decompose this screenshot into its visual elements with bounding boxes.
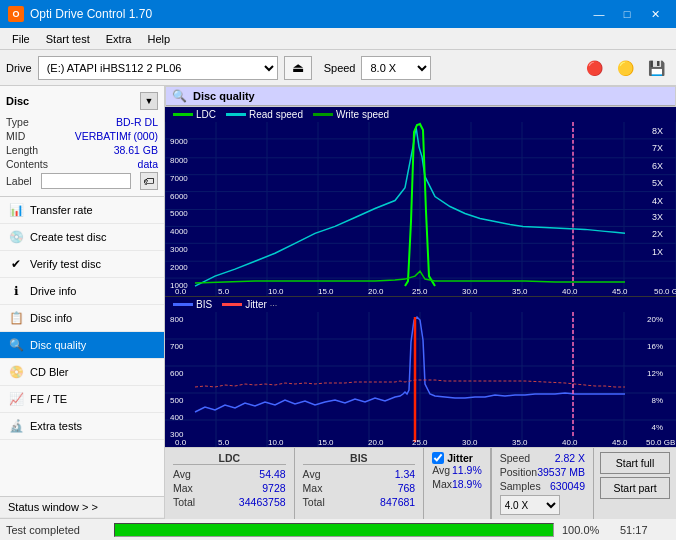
- svg-text:8%: 8%: [651, 396, 663, 405]
- menu-extra[interactable]: Extra: [98, 31, 140, 47]
- nav-cd-bler[interactable]: 📀 CD Bler: [0, 359, 164, 386]
- toolbar: Drive (E:) ATAPI iHBS112 2 PL06 ⏏ Speed …: [0, 50, 676, 86]
- nav-extra-tests-label: Extra tests: [30, 420, 82, 432]
- menu-start-test[interactable]: Start test: [38, 31, 98, 47]
- disc-quality-panel: 🔍 Disc quality: [165, 86, 676, 107]
- jitter-legend-label: Jitter: [245, 299, 267, 310]
- jitter-max-row: Max 18.9%: [432, 478, 482, 490]
- disc-type-value: BD-R DL: [116, 116, 158, 128]
- nav-drive-info-label: Drive info: [30, 285, 76, 297]
- close-button[interactable]: ✕: [642, 5, 668, 23]
- jitter-avg-value: 11.9%: [452, 464, 482, 476]
- write-speed-legend: Write speed: [313, 109, 389, 120]
- status-bar: Test completed 100.0% 51:17: [0, 518, 676, 540]
- disc-type-row: Type BD-R DL: [6, 116, 158, 128]
- svg-text:10.0: 10.0: [268, 287, 284, 296]
- nav-transfer-rate[interactable]: 📊 Transfer rate: [0, 197, 164, 224]
- menu-file[interactable]: File: [4, 31, 38, 47]
- start-full-button[interactable]: Start full: [600, 452, 670, 474]
- svg-text:40.0: 40.0: [562, 287, 578, 296]
- nav-fe-te[interactable]: 📈 FE / TE: [0, 386, 164, 413]
- progress-label: 100.0%: [562, 524, 612, 536]
- jitter-col-header: Jitter: [432, 452, 482, 464]
- disc-quality-title: Disc quality: [193, 90, 255, 102]
- drive-select[interactable]: (E:) ATAPI iHBS112 2 PL06: [38, 56, 278, 80]
- start-part-button[interactable]: Start part: [600, 477, 670, 499]
- status-window-item[interactable]: Status window > >: [0, 497, 164, 518]
- svg-text:5000: 5000: [170, 209, 188, 218]
- bis-total-label: Total: [303, 496, 325, 508]
- svg-text:40.0: 40.0: [562, 438, 578, 447]
- nav-disc-quality[interactable]: 🔍 Disc quality: [0, 332, 164, 359]
- svg-text:0.0: 0.0: [175, 287, 187, 296]
- samples-label: Samples: [500, 480, 541, 492]
- disc-label-row: Label 🏷: [6, 172, 158, 190]
- svg-text:7000: 7000: [170, 174, 188, 183]
- disc-mid-value: VERBATIMf (000): [75, 130, 158, 142]
- svg-text:5.0: 5.0: [218, 438, 230, 447]
- app-title: Opti Drive Control 1.70: [30, 7, 152, 21]
- speed-select[interactable]: 8.0 X: [361, 56, 431, 80]
- ldc-total-label: Total: [173, 496, 195, 508]
- status-text: Test completed: [6, 524, 106, 536]
- bis-total-value: 847681: [380, 496, 415, 508]
- disc-label-input[interactable]: [41, 173, 131, 189]
- bis-legend: BIS: [173, 299, 212, 310]
- disc-header: Disc ▼: [6, 92, 158, 110]
- ldc-legend-label: LDC: [196, 109, 216, 120]
- maximize-button[interactable]: □: [614, 5, 640, 23]
- disc-panel-title: Disc: [6, 95, 29, 107]
- svg-text:5X: 5X: [652, 178, 663, 188]
- disc-mid-row: MID VERBATIMf (000): [6, 130, 158, 142]
- toolbar-save-icon[interactable]: 💾: [642, 54, 670, 82]
- disc-type-label: Type: [6, 116, 29, 128]
- speed-header-row: Speed 2.82 X: [500, 452, 585, 464]
- bis-avg-label: Avg: [303, 468, 321, 480]
- ldc-stats-col: LDC Avg 54.48 Max 9728 Total 34463758: [165, 448, 294, 519]
- toolbar-scan-icon[interactable]: 🔴: [580, 54, 608, 82]
- sidebar: Disc ▼ Type BD-R DL MID VERBATIMf (000) …: [0, 86, 165, 518]
- svg-text:20.0: 20.0: [368, 287, 384, 296]
- svg-text:4%: 4%: [651, 423, 663, 432]
- disc-label-icon[interactable]: 🏷: [140, 172, 158, 190]
- ldc-avg-row: Avg 54.48: [173, 468, 286, 480]
- ldc-total-row: Total 34463758: [173, 496, 286, 508]
- speed-select-row: 4.0 X: [500, 495, 585, 515]
- svg-text:20%: 20%: [647, 315, 663, 324]
- nav-section: 📊 Transfer rate 💿 Create test disc ✔ Ver…: [0, 197, 164, 496]
- speed-value: 2.82 X: [555, 452, 585, 464]
- extra-tests-icon: 🔬: [8, 418, 24, 434]
- nav-drive-info[interactable]: ℹ Drive info: [0, 278, 164, 305]
- speed-col-header-label: Speed: [500, 452, 530, 464]
- nav-verify-test-disc[interactable]: ✔ Verify test disc: [0, 251, 164, 278]
- nav-disc-info-label: Disc info: [30, 312, 72, 324]
- status-window-label: Status window > >: [8, 501, 98, 513]
- disc-mid-label: MID: [6, 130, 25, 142]
- speed-select-small[interactable]: 4.0 X: [500, 495, 560, 515]
- disc-quality-header-icon: 🔍: [172, 89, 187, 103]
- nav-disc-quality-label: Disc quality: [30, 339, 86, 351]
- svg-text:600: 600: [170, 369, 184, 378]
- nav-disc-info[interactable]: 📋 Disc info: [0, 305, 164, 332]
- nav-transfer-rate-label: Transfer rate: [30, 204, 93, 216]
- disc-options-button[interactable]: ▼: [140, 92, 158, 110]
- main-right: 🔍 Disc quality LDC Read speed Write: [165, 86, 676, 518]
- svg-text:50.0 GB: 50.0 GB: [646, 438, 675, 447]
- toolbar-disc-icon[interactable]: 🟡: [611, 54, 639, 82]
- svg-text:3X: 3X: [652, 212, 663, 222]
- svg-text:10.0: 10.0: [268, 438, 284, 447]
- lower-legend: BIS Jitter ···: [165, 297, 676, 312]
- main-layout: Disc ▼ Type BD-R DL MID VERBATIMf (000) …: [0, 86, 676, 518]
- disc-quality-icon: 🔍: [8, 337, 24, 353]
- eject-button[interactable]: ⏏: [284, 56, 312, 80]
- nav-create-test-disc[interactable]: 💿 Create test disc: [0, 224, 164, 251]
- nav-extra-tests[interactable]: 🔬 Extra tests: [0, 413, 164, 440]
- menu-help[interactable]: Help: [139, 31, 178, 47]
- disc-length-value: 38.61 GB: [114, 144, 158, 156]
- svg-text:20.0: 20.0: [368, 438, 384, 447]
- svg-text:12%: 12%: [647, 369, 663, 378]
- minimize-button[interactable]: —: [586, 5, 612, 23]
- jitter-checkbox[interactable]: [432, 452, 444, 464]
- ldc-avg-value: 54.48: [259, 468, 285, 480]
- svg-text:8X: 8X: [652, 126, 663, 136]
